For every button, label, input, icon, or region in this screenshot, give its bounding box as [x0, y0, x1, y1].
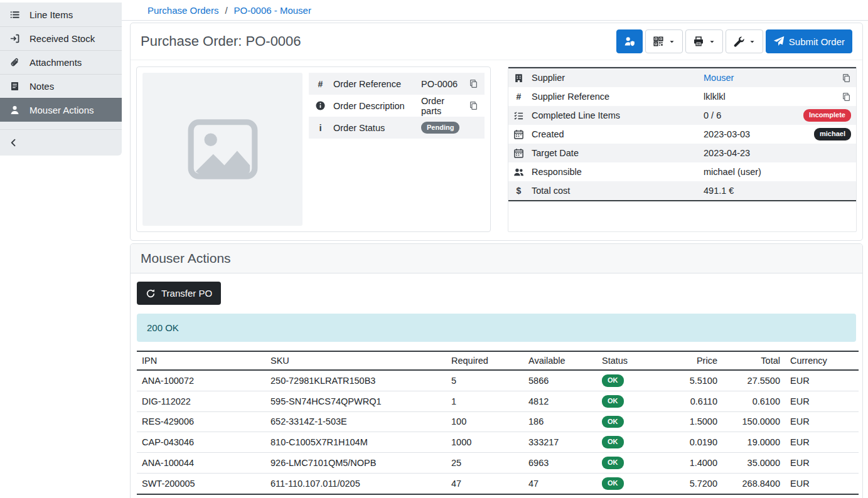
column-header-available[interactable]: Available — [523, 351, 597, 370]
cell-sku: 250-72981KLRATR150B3 — [265, 370, 446, 391]
footer-spacer — [265, 494, 722, 498]
response-alert: 200 OK — [137, 314, 856, 342]
sidebar: Line ItemsReceived StockAttachmentsNotes… — [0, 3, 122, 156]
refresh-icon — [146, 289, 156, 299]
hash-icon: # — [315, 78, 326, 89]
supplier-details-table: SupplierMouser#Supplier Referencelklklkl… — [508, 67, 856, 201]
cell-sku: 810-C1005X7R1H104M — [265, 432, 446, 453]
cell-sku: 652-3314Z-1-503E — [265, 411, 446, 432]
sidebar-item-line-items[interactable]: Line Items — [0, 3, 122, 26]
cell-currency: EUR — [785, 453, 859, 474]
cell-price: 0.6110 — [666, 391, 722, 411]
printer-icon — [693, 36, 704, 47]
cell-available: 5866 — [523, 370, 597, 391]
column-header-price[interactable]: Price — [666, 351, 722, 370]
detail-value: michael (user) — [704, 167, 851, 177]
order-details: #Order ReferencePO-0006Order Description… — [131, 60, 862, 240]
image-placeholder-icon — [185, 111, 261, 188]
submit-order-button[interactable]: Submit Order — [766, 29, 852, 53]
table-row[interactable]: SWT-200005611-110.107.011/02054747OK5.72… — [137, 473, 859, 494]
sidebar-collapse-button[interactable] — [0, 129, 122, 156]
detail-row: SupplierMouser — [508, 68, 856, 87]
order-options-button[interactable] — [726, 29, 763, 53]
detail-row: Target Date2023-04-23 — [508, 144, 856, 162]
detail-label: Supplier — [532, 73, 696, 83]
print-actions-button[interactable] — [685, 29, 723, 53]
transfer-po-button[interactable]: Transfer PO — [137, 282, 221, 305]
cell-ipn: CAP-043046 — [137, 432, 265, 453]
sidebar-item-label: Notes — [29, 81, 54, 92]
order-summary-table: #Order ReferencePO-0006Order Description… — [309, 73, 485, 139]
breadcrumb-link-current-order[interactable]: PO-0006 - Mouser — [234, 5, 311, 16]
qr-code-icon — [653, 36, 664, 47]
page-title: Purchase Order: PO-0006 — [141, 33, 301, 50]
purchase-order-panel: Purchase Order: PO-0006 Submit Order — [130, 23, 863, 241]
table-row[interactable]: ANA-100072250-72981KLRATR150B355866OK5.5… — [137, 370, 859, 391]
mouser-actions-panel: Mouser Actions Transfer PO 200 OK IPNSKU… — [130, 243, 863, 498]
chevron-left-icon — [9, 138, 18, 147]
column-header-ipn[interactable]: IPN — [137, 351, 265, 370]
column-header-total[interactable]: Total — [722, 351, 785, 370]
detail-value-link[interactable]: Mouser — [704, 73, 834, 83]
sidebar-item-received-stock[interactable]: Received Stock — [0, 26, 122, 50]
table-row[interactable]: RES-429006652-3314Z-1-503E100186OK1.5000… — [137, 411, 859, 432]
column-header-status[interactable]: Status — [597, 351, 666, 370]
hash-icon: # — [513, 92, 524, 102]
breadcrumb-link-purchase-orders[interactable]: Purchase Orders — [147, 5, 218, 16]
order-summary-card: #Order ReferencePO-0006Order Description… — [136, 66, 491, 232]
copy-icon[interactable] — [842, 92, 851, 102]
user-shield-icon — [624, 36, 635, 47]
sidebar-item-mouser-actions[interactable]: Mouser Actions — [0, 98, 122, 122]
mouser-table-body: ANA-100072250-72981KLRATR150B355866OK5.5… — [137, 370, 859, 494]
cell-total: 27.5500 — [722, 370, 785, 391]
cell-ipn: DIG-112022 — [137, 391, 265, 411]
detail-value: Pending — [421, 122, 478, 134]
cell-required: 100 — [446, 411, 523, 432]
column-header-required[interactable]: Required — [446, 351, 523, 370]
info-icon: i — [315, 122, 326, 133]
detail-value: 491.1 € — [704, 186, 851, 196]
table-row[interactable]: ANA-100044926-LMC7101QM5/NOPB256963OK1.4… — [137, 453, 859, 474]
sidebar-item-label: Line Items — [29, 9, 73, 20]
mouser-panel-body: Transfer PO 200 OK IPNSKURequiredAvailab… — [131, 273, 862, 498]
column-header-sku[interactable]: SKU — [265, 351, 446, 370]
ok-status-badge: OK — [602, 395, 624, 408]
cell-required: 1000 — [446, 432, 523, 453]
detail-row: iOrder StatusPending — [309, 117, 485, 139]
user-icon — [9, 105, 20, 115]
cell-price: 5.7200 — [666, 473, 722, 494]
cell-ipn: SWT-200005 — [137, 473, 265, 494]
calendar-icon — [513, 148, 524, 159]
detail-row: #Supplier Referencelklklkl — [508, 87, 856, 106]
column-header-currency[interactable]: Currency — [785, 351, 859, 370]
cell-currency: EUR — [785, 411, 859, 432]
calendar-icon — [513, 129, 524, 140]
copy-icon[interactable] — [469, 101, 478, 110]
table-footer-row: Total 501.0000 — [137, 494, 859, 498]
cell-currency: EUR — [785, 473, 859, 494]
table-row[interactable]: CAP-043046810-C1005X7R1H104M1000333217OK… — [137, 432, 859, 453]
submit-order-label: Submit Order — [789, 36, 845, 47]
sidebar-item-label: Mouser Actions — [29, 105, 94, 115]
sidebar-item-notes[interactable]: Notes — [0, 74, 122, 98]
cell-price: 5.5100 — [666, 370, 722, 391]
sidebar-item-attachments[interactable]: Attachments — [0, 50, 122, 74]
cell-available: 186 — [523, 411, 597, 432]
ok-status-badge: OK — [602, 457, 624, 469]
transfer-po-label: Transfer PO — [161, 288, 212, 299]
info-circle-icon — [315, 100, 326, 111]
footer-total-label: Total — [137, 494, 265, 498]
table-row[interactable]: DIG-112022595-SN74HCS74QPWRQ114812OK0.61… — [137, 391, 859, 411]
cell-sku: 611-110.107.011/0205 — [265, 473, 446, 494]
cell-available: 4812 — [523, 391, 597, 411]
part-image-placeholder[interactable] — [142, 73, 303, 226]
detail-label: Completed Line Items — [532, 110, 696, 120]
note-icon — [9, 81, 20, 92]
barcode-actions-button[interactable] — [645, 29, 683, 53]
copy-icon[interactable] — [469, 79, 478, 88]
user-actions-button[interactable] — [616, 29, 643, 53]
copy-icon[interactable] — [842, 73, 851, 83]
cell-status: OK — [597, 473, 666, 494]
caret-down-icon — [749, 38, 756, 45]
cell-required: 5 — [446, 370, 523, 391]
